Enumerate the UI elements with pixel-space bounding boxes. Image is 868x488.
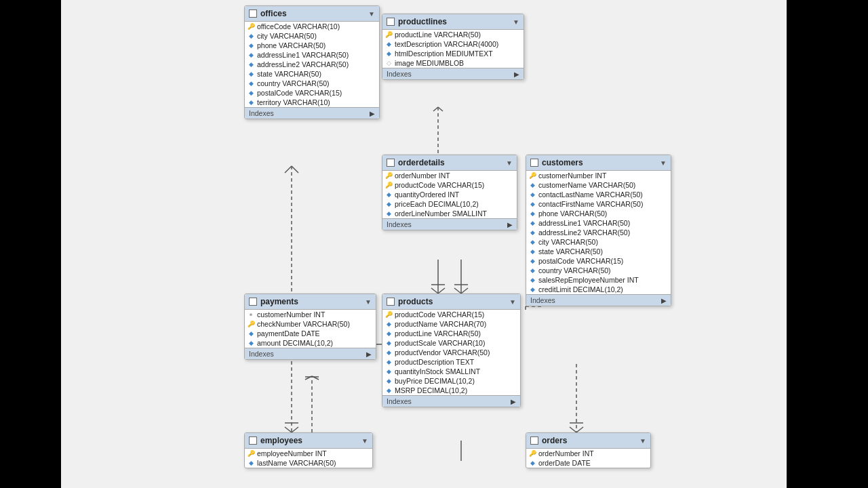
table-products-footer[interactable]: Indexes ▶ [382,395,520,407]
svg-line-25 [576,427,583,432]
indexes-label: Indexes [530,296,555,304]
table-row: ◆ MSRP DECIMAL(10,2) [382,386,520,395]
fk-icon: ◆ [529,286,536,293]
svg-line-7 [433,107,438,111]
svg-line-11 [438,288,445,293]
table-productlines: productlines ▼ 🔑 productLine VARCHAR(50)… [382,14,524,80]
fk-icon: ◆ [529,220,536,226]
table-icon [387,298,395,306]
table-row: 🔑 productCode VARCHAR(15) [382,310,520,319]
chevron-icon: ▼ [368,10,375,18]
table-customers-header: customers ▼ [526,155,671,171]
table-icon [249,436,257,445]
fk-icon: ◆ [529,277,536,283]
table-offices-footer[interactable]: Indexes ▶ [245,107,379,119]
chevron-icon: ▼ [365,298,372,306]
fk-icon: ◆ [248,99,254,106]
table-row: ◆ productName VARCHAR(70) [382,319,520,329]
fk-icon: ◆ [385,50,392,57]
table-icon [387,18,395,26]
fk-icon: ◆ [529,210,536,217]
table-row: ◆ orderLineNumber SMALLINT [382,209,517,218]
fk-icon: ◇ [385,60,392,66]
indexes-label: Indexes [249,109,274,117]
table-payments: payments ▼ ● customerNumber INT 🔑 checkN… [244,293,376,360]
table-icon [530,159,538,167]
table-products-title: products [398,297,506,306]
table-row: 🔑 productCode VARCHAR(15) [382,180,517,190]
arrow-icon: ▶ [514,70,519,78]
chevron-icon: ▼ [513,18,519,26]
table-payments-footer[interactable]: Indexes ▶ [245,348,376,359]
fk-icon: ◆ [385,349,392,356]
table-row: 🔑 customerNumber INT [526,171,671,180]
indexes-label: Indexes [387,397,412,405]
table-row: ◆ contactFirstName VARCHAR(50) [526,199,671,209]
fk-icon: ◆ [385,201,392,207]
fk-icon: ◆ [529,229,536,236]
fk-icon: ◆ [385,41,392,47]
table-orders-title: orders [542,436,636,445]
table-row: ◆ city VARCHAR(50) [526,237,671,247]
table-row: ◆ state VARCHAR(50) [245,69,379,79]
table-orderdetails: orderdetails ▼ 🔑 orderNumber INT 🔑 produ… [382,155,517,230]
table-row: ◆ paymentDate DATE [245,329,376,338]
table-customers-footer[interactable]: Indexes ▶ [526,294,671,306]
fk-icon: ◆ [529,239,536,245]
table-row: ◆ htmlDescription MEDIUMTEXT [382,49,524,58]
svg-line-10 [431,288,438,293]
table-row: 🔑 orderNumber INT [526,449,650,458]
key-icon: 🔑 [529,172,536,179]
table-row: ◆ contactLastName VARCHAR(50) [526,190,671,199]
chevron-icon: ▼ [506,159,513,167]
arrow-icon: ▶ [511,398,516,405]
key-icon: 🔑 [248,23,254,30]
table-row: ◆ phone VARCHAR(50) [245,41,379,50]
col-icon: ● [248,311,254,318]
svg-line-28 [305,376,312,380]
arrow-icon: ▶ [366,350,372,358]
table-productlines-footer[interactable]: Indexes ▶ [382,68,524,79]
svg-line-1 [285,166,292,173]
table-row: ◆ creditLimit DECIMAL(10,2) [526,285,671,294]
table-employees-title: employees [260,436,358,445]
fk-icon: ◆ [529,248,536,255]
fk-icon: ◆ [529,182,536,188]
svg-line-24 [570,427,576,432]
fk-icon: ◆ [529,201,536,207]
key-icon: 🔑 [529,450,536,457]
indexes-label: Indexes [249,350,274,358]
table-row: ◆ productVendor VARCHAR(50) [382,348,520,357]
chevron-icon: ▼ [639,437,646,445]
svg-line-2 [292,166,298,173]
table-row: ◆ quantityInStock SMALLINT [382,367,520,376]
table-offices-header: offices ▼ [245,6,379,22]
table-row: ◆ country VARCHAR(50) [526,266,671,275]
table-row: ◆ quantityOrdered INT [382,190,517,199]
fk-icon: ◆ [248,80,254,87]
fk-icon: ◆ [385,368,392,375]
fk-icon: ◆ [248,33,254,39]
fk-icon: ◆ [248,89,254,96]
table-row: ◆ state VARCHAR(50) [526,247,671,256]
key-icon: 🔑 [248,321,254,327]
table-icon [249,9,257,18]
table-row: ● customerNumber INT [245,310,376,319]
fk-icon: ◆ [248,61,254,68]
fk-icon: ◆ [529,191,536,198]
table-row: ◆ productScale VARCHAR(10) [382,338,520,348]
fk-icon: ◆ [385,330,392,337]
chevron-icon: ▼ [509,298,516,306]
table-orderdetails-footer[interactable]: Indexes ▶ [382,218,517,230]
arrow-icon: ▶ [661,297,667,304]
fk-icon: ◆ [248,70,254,77]
fk-icon: ◆ [248,340,254,346]
table-row: ◆ productLine VARCHAR(50) [382,329,520,338]
svg-line-8 [438,107,443,111]
table-row: ◆ city VARCHAR(50) [245,31,379,41]
fk-icon: ◆ [385,359,392,365]
table-row: ◇ image MEDIUMBLOB [382,58,524,68]
fk-icon: ◆ [248,460,254,466]
table-row: ◆ salesRepEmployeeNumber INT [526,275,671,285]
table-row: ◆ customerName VARCHAR(50) [526,180,671,190]
